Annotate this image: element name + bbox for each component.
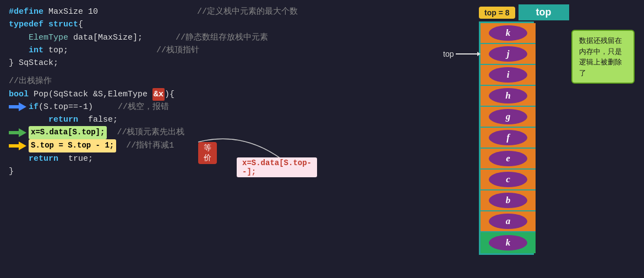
int-kw: int (29, 44, 43, 57)
top-field: top; (43, 44, 68, 57)
code-panel: #define MaxSize 10 //定义栈中元素的最大个数 typedef… (0, 0, 473, 278)
yellow-arrow-icon (9, 140, 26, 151)
data-arr: data[MaxSize]; (68, 31, 143, 44)
top-arrow-line-icon (456, 53, 478, 54)
svg-rect-0 (9, 105, 20, 108)
stack-panel: top = 8 top 数据还残留在内存中，只是逻辑上被删除了 k top j … (473, 0, 644, 278)
equiv-expression: x=S.data[S.top--]; (237, 157, 317, 177)
return-false: return false; (9, 113, 118, 126)
cell-label-8: b (489, 193, 527, 208)
cell-label-10: k (489, 235, 527, 250)
code-line-9: return false; (9, 113, 465, 126)
stack-body: k top j i h g (479, 21, 534, 255)
code-line-3: ElemType data[MaxSize]; //静态数组存放栈中元素 (9, 31, 465, 44)
stack-top-row: top = 8 top (479, 4, 569, 20)
comment-4: //栈顶指针 (156, 44, 199, 57)
line4-indent (9, 44, 29, 57)
dengajia-badge: 等价 (198, 142, 217, 164)
stack-cell-6: e (481, 149, 536, 170)
comment-pop: //出栈操作 (9, 75, 52, 88)
return-true: return true; (9, 152, 93, 165)
svg-marker-3 (19, 128, 26, 137)
keyword-typedef: typedef (9, 18, 43, 31)
svg-marker-1 (19, 102, 26, 111)
tooltip-box: 数据还残留在内存中，只是逻辑上被删除了 (571, 30, 635, 84)
define-name: MaxSize 10 (43, 6, 98, 18)
comment-10: //栈顶元素先出栈 (107, 126, 184, 139)
stack-cell-7: c (481, 170, 536, 190)
pop-sig: Pop(SqStack &S,ElemType (29, 88, 152, 101)
cell-label-1: j (489, 46, 527, 62)
if-kw: if (29, 101, 39, 113)
top-value-box: top = 8 (479, 7, 515, 19)
comment-8: //栈空，报错 (93, 101, 169, 113)
green-arrow-icon (9, 127, 26, 138)
stack-cell-3: h (481, 86, 536, 107)
cell-label-5: f (489, 130, 527, 145)
svg-marker-5 (19, 141, 26, 150)
stack-cell-4: g (481, 107, 536, 128)
cell-label-6: e (489, 151, 527, 166)
keyword-define: #define (9, 6, 43, 18)
code-line-7: bool Pop(SqStack &S,ElemType &x ){ (9, 88, 465, 101)
ref-x-highlight: &x (152, 88, 165, 101)
top-arrow-label: top (443, 50, 478, 58)
code-line-5: } SqStack; (9, 57, 465, 69)
stack-cell-1: top j (481, 44, 536, 65)
comment-3: //静态数组存放栈中元素 (176, 31, 268, 44)
cell-label-7: c (489, 172, 527, 187)
code-line-1: #define MaxSize 10 //定义栈中元素的最大个数 (9, 6, 465, 18)
sqstack-end: } SqStack; (9, 57, 58, 69)
bool-kw: bool (9, 88, 29, 101)
elemtype: ElemType (29, 31, 68, 44)
code-line-6: //出栈操作 (9, 75, 465, 88)
stack-cell-5: f (481, 128, 536, 149)
cell-label-0: k (489, 25, 527, 41)
stack-cell-0: k (481, 23, 536, 44)
stack-cell-2: i (481, 65, 536, 86)
cell-label-9: a (489, 214, 527, 229)
code-line-2: typedef struct{ (9, 18, 465, 31)
yellow-code-box: S.top = S.top - 1; (29, 139, 116, 152)
svg-rect-2 (9, 131, 20, 134)
if-cond: (S.top==-1) (39, 101, 93, 113)
top-header-box: top (519, 4, 569, 20)
stack-cell-8: b (481, 190, 536, 211)
comment-1: //定义栈中元素的最大个数 (197, 6, 298, 18)
close-brace: } (9, 165, 14, 178)
stack-cell-9: a (481, 211, 536, 232)
brace-open: ){ (165, 88, 174, 101)
code-line-4: int top; //栈顶指针 (9, 44, 465, 57)
stack-body-wrapper: k top j i h g (479, 21, 534, 255)
cell-label-3: h (489, 88, 527, 103)
blue-arrow-icon (9, 101, 26, 112)
svg-rect-4 (9, 144, 20, 148)
cell-label-2: i (489, 67, 527, 83)
line3-indent (9, 31, 29, 44)
green-code-box: x=S.data[S.top]; (29, 126, 107, 139)
code-line-8: if (S.top==-1) //栈空，报错 (9, 101, 465, 113)
comment-11: //指针再减1 (116, 139, 174, 152)
struct-text: struct{ (43, 18, 83, 31)
cell-label-4: g (489, 109, 527, 124)
stack-cell-10: k (481, 232, 536, 253)
